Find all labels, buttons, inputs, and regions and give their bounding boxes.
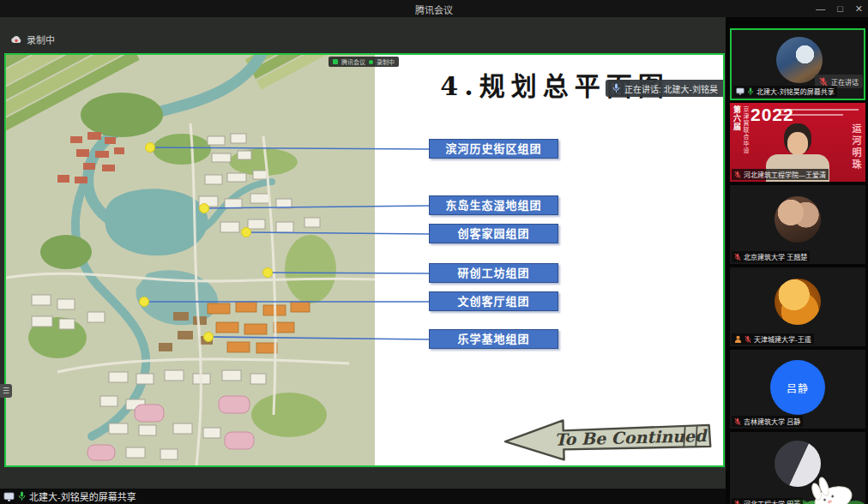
screen-share-icon <box>736 87 744 95</box>
mic-muted-icon <box>734 417 741 426</box>
participant-name: 河北建筑工程学院—王爱清 <box>744 170 826 179</box>
speaker-silhouette <box>787 132 808 155</box>
share-floating-toolbar[interactable]: 腾讯会议 录制中 <box>329 57 399 67</box>
recording-dot-icon <box>369 60 373 64</box>
minimize-button[interactable]: — <box>816 0 825 17</box>
meeting-app-icon <box>333 59 338 64</box>
active-speaker-text: 正在讲话: 北建大-刘铭昊 <box>624 82 718 95</box>
participant-name-tag: 天津城建大学-王遥 <box>732 333 814 345</box>
shared-screen: 4.规划总平面图 腾讯会议 录制中 正在讲话: 北建大-刘铭昊 滨河历史街区组团… <box>4 53 725 467</box>
participant-name: 吉林建筑大学 吕静 <box>744 417 800 426</box>
participant-name: 河北工程大学 田芳 <box>744 499 800 504</box>
tencent-meeting-window: 腾讯会议 — □ ✕ 录制中 <box>0 0 868 504</box>
statusbar-share-label: 北建大-刘铭昊的屏幕共享 <box>29 489 136 503</box>
participant-name: 北京建筑大学 王翘楚 <box>744 252 807 261</box>
close-button[interactable]: ✕ <box>855 0 863 17</box>
share-toolbar-recording-label: 录制中 <box>377 57 395 66</box>
mic-muted-icon <box>734 171 741 179</box>
to-be-continued-arrow: To Be Continued <box>500 415 716 463</box>
share-toolbar-app-label: 腾讯会议 <box>341 57 365 66</box>
recording-label: 录制中 <box>27 33 55 46</box>
window-titlebar: 腾讯会议 — □ ✕ <box>0 0 868 17</box>
speaking-status-text: 正在讲话 <box>831 77 859 87</box>
mic-muted-icon <box>744 335 751 344</box>
participant-name-tag: 河北工程大学 田芳 <box>732 498 803 504</box>
participant-tile-wangyao[interactable]: 天津城建大学-王遥 <box>730 267 865 346</box>
campus-master-plan-map <box>6 55 375 465</box>
participant-tile-sharer[interactable]: 正在讲话 北建大-刘铭昊的屏幕共享 <box>730 28 865 100</box>
participant-name: 天津城建大学-王遥 <box>754 334 811 344</box>
participant-tile-lvjing[interactable]: 吕静 吉林建筑大学 吕静 <box>730 350 865 429</box>
banner-event-text: 京津冀联合毕设 <box>741 106 750 154</box>
label-research-workshop: 研创工坊组团 <box>429 263 558 283</box>
window-controls: — □ ✕ <box>816 0 863 17</box>
window-title: 腾讯会议 <box>0 3 868 16</box>
mic-on-icon <box>18 491 26 501</box>
participant-name: 北建大-刘铭昊的屏幕共享 <box>756 87 835 96</box>
recording-indicator: 录制中 <box>10 33 55 46</box>
maximize-button[interactable]: □ <box>837 0 843 17</box>
participant-tile-tianfang[interactable]: 河北工程大学 田芳 <box>730 432 865 504</box>
participant-name-tag: 北建大-刘铭昊的屏幕共享 <box>733 86 837 97</box>
participant-name-tag: 北京建筑大学 王翘楚 <box>732 251 810 262</box>
label-dongdao-wetland: 东岛生态湿地组团 <box>429 195 558 215</box>
label-cultural-lounge: 文创客厅组团 <box>429 291 558 311</box>
active-speaker-banner: 正在讲话: 北建大-刘铭昊 <box>606 80 725 97</box>
cloud-record-icon <box>10 35 22 45</box>
avatar <box>775 196 821 243</box>
bottom-statusbar: 北建大-刘铭昊的屏幕共享 <box>0 489 726 504</box>
microphone-icon <box>612 83 620 93</box>
participant-tile-wangqiaochu[interactable]: 北京建筑大学 王翘楚 <box>730 185 865 264</box>
banner-year: 2022 <box>750 105 794 125</box>
main-stage: 录制中 <box>0 17 726 504</box>
participant-name-tag: 河北建筑工程学院—王爱清 <box>732 169 829 180</box>
avatar <box>775 279 821 325</box>
person-icon <box>734 335 742 344</box>
to-be-continued-text: To Be Continued <box>554 426 708 449</box>
label-learning-base: 乐学基地组团 <box>429 329 558 349</box>
label-maker-home: 创客家园组团 <box>429 224 558 243</box>
mic-on-icon <box>747 87 754 96</box>
mic-muted-icon <box>734 253 741 261</box>
screen-share-icon <box>3 492 15 501</box>
participants-sidebar: 正在讲话 北建大-刘铭昊的屏幕共享 2022 <box>726 17 868 504</box>
banner-theme-text: 运河明珠 <box>849 123 863 171</box>
participant-name-tag: 吉林建筑大学 吕静 <box>732 416 803 427</box>
avatar-initials: 吕静 <box>770 360 825 415</box>
label-binhe-historic-district: 滨河历史街区组团 <box>429 139 558 159</box>
mic-muted-icon <box>734 500 741 504</box>
side-panel-handle[interactable]: ☰ <box>0 384 12 398</box>
participant-tile-wangaiqing[interactable]: 2022 第六届 京津冀联合毕设 运河明珠 河北建筑工程学院—王爱清 <box>730 103 865 182</box>
mic-muted-icon <box>819 77 828 87</box>
